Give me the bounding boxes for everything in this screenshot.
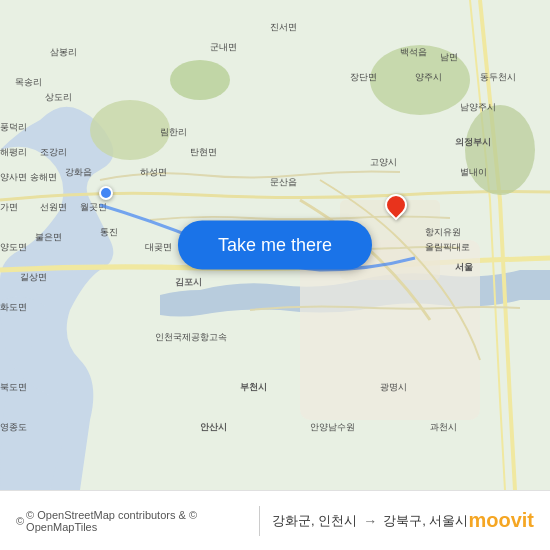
svg-text:군내면: 군내면 <box>210 42 237 52</box>
svg-text:백석읍: 백석읍 <box>400 47 427 57</box>
take-me-there-button[interactable]: Take me there <box>178 221 372 270</box>
svg-text:풍덕리: 풍덕리 <box>0 122 27 132</box>
origin-pin <box>99 186 113 200</box>
svg-text:불은면: 불은면 <box>35 232 62 242</box>
svg-text:화도면: 화도면 <box>0 302 27 312</box>
svg-text:부천시: 부천시 <box>240 382 267 392</box>
footer-route: 강화군, 인천시 → 강북구, 서울시 <box>272 512 468 530</box>
svg-text:림한리: 림한리 <box>160 127 187 137</box>
svg-text:가면: 가면 <box>0 202 18 212</box>
route-to: 강북구, 서울시 <box>383 512 468 530</box>
footer: © © OpenStreetMap contributors & © OpenM… <box>0 490 550 550</box>
moovit-brand-text: moovit <box>468 509 534 532</box>
copyright-icon: © <box>16 515 24 527</box>
svg-text:조강리: 조강리 <box>40 147 67 157</box>
svg-text:강화읍: 강화읍 <box>65 167 92 177</box>
svg-text:안산시: 안산시 <box>200 422 227 432</box>
route-arrow-icon: → <box>363 513 377 529</box>
svg-text:고양시: 고양시 <box>370 157 397 167</box>
map-container: 목송리 삼봉리 상도리 풍덕리 해평리 조강리 양사면 송해면 강화읍 가면 선… <box>0 0 550 490</box>
svg-text:양사면: 양사면 <box>0 172 27 182</box>
moovit-logo: moovit <box>468 509 534 532</box>
svg-text:문산읍: 문산읍 <box>270 177 297 187</box>
svg-text:영종도: 영종도 <box>0 422 27 432</box>
svg-text:선원면: 선원면 <box>40 202 67 212</box>
footer-attribution: © © OpenStreetMap contributors & © OpenM… <box>16 509 247 533</box>
svg-text:남면: 남면 <box>440 52 458 62</box>
svg-text:탄현면: 탄현면 <box>190 147 217 157</box>
svg-text:하성면: 하성면 <box>140 167 167 177</box>
svg-text:남양주시: 남양주시 <box>460 102 496 112</box>
svg-text:목송리: 목송리 <box>15 77 42 87</box>
svg-text:통진: 통진 <box>100 227 118 237</box>
svg-text:항지유원: 항지유원 <box>425 227 461 237</box>
svg-text:송해면: 송해면 <box>30 172 57 182</box>
svg-text:과천시: 과천시 <box>430 422 457 432</box>
svg-text:길상면: 길상면 <box>20 272 47 282</box>
svg-text:의정부시: 의정부시 <box>455 137 491 147</box>
footer-divider <box>259 506 260 536</box>
svg-text:인천국제공항고속: 인천국제공항고속 <box>155 332 227 342</box>
svg-text:장단면: 장단면 <box>350 72 377 82</box>
svg-text:해평리: 해평리 <box>0 147 27 157</box>
svg-text:안양남수원: 안양남수원 <box>310 422 355 432</box>
attribution-text: © OpenStreetMap contributors & © OpenMap… <box>26 509 247 533</box>
svg-text:북도면: 북도면 <box>0 382 27 392</box>
svg-text:동두천시: 동두천시 <box>480 72 516 82</box>
svg-text:진서면: 진서면 <box>270 22 297 32</box>
svg-point-4 <box>170 60 230 100</box>
route-from: 강화군, 인천시 <box>272 512 357 530</box>
svg-text:양주시: 양주시 <box>415 72 442 82</box>
svg-text:서울: 서울 <box>455 262 473 272</box>
svg-text:삼봉리: 삼봉리 <box>50 47 77 57</box>
destination-pin <box>385 194 407 216</box>
svg-point-6 <box>465 105 535 195</box>
svg-point-3 <box>90 100 170 160</box>
svg-text:별내이: 별내이 <box>460 167 487 177</box>
svg-text:광명시: 광명시 <box>380 382 407 392</box>
svg-text:대곶면: 대곶면 <box>145 242 172 252</box>
svg-text:김포시: 김포시 <box>175 277 202 287</box>
svg-text:올림픽대로: 올림픽대로 <box>425 242 470 252</box>
svg-text:상도리: 상도리 <box>45 92 72 102</box>
svg-text:양도면: 양도면 <box>0 242 27 252</box>
